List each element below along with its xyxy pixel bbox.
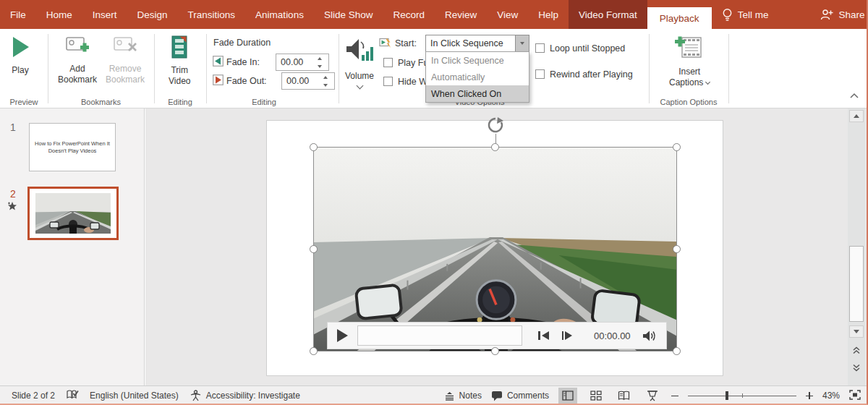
- slide-1-thumbnail[interactable]: How to Fix PowerPoint When It Doesn't Pl…: [29, 123, 116, 171]
- reading-view-button[interactable]: [615, 388, 634, 404]
- fade-in-down-button[interactable]: [314, 62, 326, 70]
- zoom-slider[interactable]: [688, 391, 796, 401]
- tab-view[interactable]: View: [487, 0, 528, 29]
- tab-help[interactable]: Help: [528, 0, 569, 29]
- language-indicator[interactable]: English (United States): [90, 391, 179, 401]
- accessibility-checker[interactable]: Accessibility: Investigate: [190, 390, 300, 401]
- zoom-in-button[interactable]: [806, 392, 813, 399]
- fade-in-input[interactable]: [276, 54, 314, 70]
- comments-button[interactable]: Comments: [491, 391, 549, 401]
- fade-out-up-button[interactable]: [320, 73, 331, 81]
- video-frame-forward-button[interactable]: [562, 331, 573, 340]
- group-caption-options: Insert Captions Caption Options: [649, 29, 728, 108]
- next-slide-button[interactable]: [849, 362, 864, 374]
- resize-handle-top-center[interactable]: [491, 143, 499, 151]
- tab-home[interactable]: Home: [36, 0, 82, 29]
- video-media-bar: 00:00.00: [327, 322, 667, 349]
- tab-design[interactable]: Design: [127, 0, 178, 29]
- frame-back-icon: [538, 331, 540, 340]
- slide-2-thumbnail[interactable]: [27, 187, 119, 240]
- normal-view-button[interactable]: [558, 388, 577, 404]
- hide-while-not-playing-checkbox[interactable]: [383, 77, 393, 86]
- spell-check-icon[interactable]: [66, 389, 79, 402]
- tab-video-format[interactable]: Video Format: [569, 0, 647, 29]
- remove-bookmark-label-1: Remove: [109, 64, 142, 74]
- play-preview-button[interactable]: Play: [9, 35, 31, 76]
- group-trim: Trim Video Editing: [154, 29, 206, 108]
- tab-review[interactable]: Review: [435, 0, 487, 29]
- fade-duration-title: Fade Duration: [213, 38, 271, 48]
- rotation-handle[interactable]: [487, 116, 504, 137]
- tell-me-button[interactable]: Tell me: [712, 8, 779, 22]
- tab-insert[interactable]: Insert: [82, 0, 127, 29]
- remove-bookmark-button[interactable]: Remove Bookmark: [106, 35, 145, 85]
- video-play-button[interactable]: [337, 329, 348, 342]
- slide-1-title: How to Fix PowerPoint When It Doesn't Pl…: [35, 140, 110, 154]
- trim-video-button[interactable]: Trim Video: [169, 35, 190, 87]
- play-full-screen-checkbox[interactable]: [383, 58, 393, 67]
- tab-transitions[interactable]: Transitions: [178, 0, 246, 29]
- selected-video-object[interactable]: 00:00.00: [313, 147, 677, 351]
- video-seek-bar[interactable]: [357, 325, 522, 346]
- tab-playback[interactable]: Playback: [647, 7, 712, 29]
- video-mute-button[interactable]: [642, 330, 657, 342]
- fit-slide-to-window-button[interactable]: [849, 390, 861, 402]
- video-frame-image: [314, 148, 676, 351]
- notes-button[interactable]: Notes: [444, 391, 482, 401]
- video-frame-back-button[interactable]: [538, 331, 549, 340]
- fade-out-down-button[interactable]: [320, 81, 331, 89]
- add-bookmark-label-1: Add: [69, 64, 85, 74]
- group-label-caption-options: Caption Options: [649, 98, 728, 106]
- add-bookmark-button[interactable]: Add Bookmark: [58, 35, 97, 85]
- tab-animations[interactable]: Animations: [245, 0, 314, 29]
- dropdown-item-in-click-sequence[interactable]: In Click Sequence: [426, 52, 529, 69]
- zoom-level[interactable]: 43%: [822, 391, 840, 401]
- scroll-up-button[interactable]: [849, 110, 864, 122]
- start-label: Start:: [395, 38, 417, 48]
- fade-out-input[interactable]: [282, 73, 320, 89]
- group-label-preview: Preview: [0, 98, 48, 106]
- volume-button[interactable]: Volume: [344, 36, 375, 88]
- previous-slide-button[interactable]: [849, 344, 864, 357]
- fade-out-spinbox: [281, 72, 335, 90]
- start-combobox[interactable]: In Click Sequence: [425, 35, 529, 52]
- resize-handle-middle-right[interactable]: [673, 245, 681, 253]
- start-combobox-arrow-button[interactable]: [515, 35, 529, 51]
- fade-out-label: Fade Out:: [226, 76, 267, 86]
- resize-handle-bottom-left[interactable]: [310, 347, 318, 355]
- zoom-out-button[interactable]: [671, 392, 678, 399]
- group-editing: Fade Duration Fade In: Fade Out: Editing: [206, 29, 339, 108]
- tab-slide-show[interactable]: Slide Show: [314, 0, 383, 29]
- slide-show-icon: [647, 391, 658, 401]
- zoom-slider-thumb[interactable]: [726, 391, 728, 400]
- resize-handle-bottom-right[interactable]: [673, 347, 681, 355]
- resize-handle-middle-left[interactable]: [310, 245, 318, 253]
- add-bookmark-icon: [64, 35, 90, 61]
- share-person-icon: [820, 9, 833, 20]
- slide-show-view-button[interactable]: [643, 388, 662, 404]
- trim-video-icon: [169, 35, 190, 62]
- collapse-ribbon-button[interactable]: [849, 89, 859, 102]
- dropdown-item-automatically[interactable]: Automatically: [426, 69, 529, 85]
- slide-sorter-view-button[interactable]: [587, 388, 605, 404]
- captions-chevron-icon: [705, 80, 710, 85]
- loop-until-stopped-checkbox[interactable]: [535, 43, 545, 53]
- share-button[interactable]: Share: [810, 9, 868, 20]
- chevron-down-icon: [520, 42, 524, 45]
- rewind-after-playing-label: Rewind after Playing: [550, 69, 633, 80]
- tab-record[interactable]: Record: [383, 0, 435, 29]
- frame-forward-icon: [562, 331, 564, 340]
- resize-handle-bottom-center[interactable]: [491, 347, 499, 355]
- animation-star-icon[interactable]: [7, 201, 17, 214]
- resize-handle-top-left[interactable]: [310, 143, 318, 151]
- fade-in-up-button[interactable]: [314, 54, 326, 62]
- tab-file[interactable]: File: [0, 0, 36, 29]
- scrollbar-thumb[interactable]: [849, 246, 864, 322]
- dropdown-item-when-clicked-on[interactable]: When Clicked On: [426, 85, 529, 102]
- slide-2-editing-surface[interactable]: 00:00.00: [266, 120, 723, 376]
- resize-handle-top-right[interactable]: [673, 143, 681, 151]
- scroll-down-button[interactable]: [849, 325, 864, 338]
- slide-sorter-icon: [590, 391, 602, 401]
- rewind-after-playing-checkbox[interactable]: [535, 69, 545, 79]
- insert-captions-button[interactable]: Insert Captions: [669, 35, 710, 88]
